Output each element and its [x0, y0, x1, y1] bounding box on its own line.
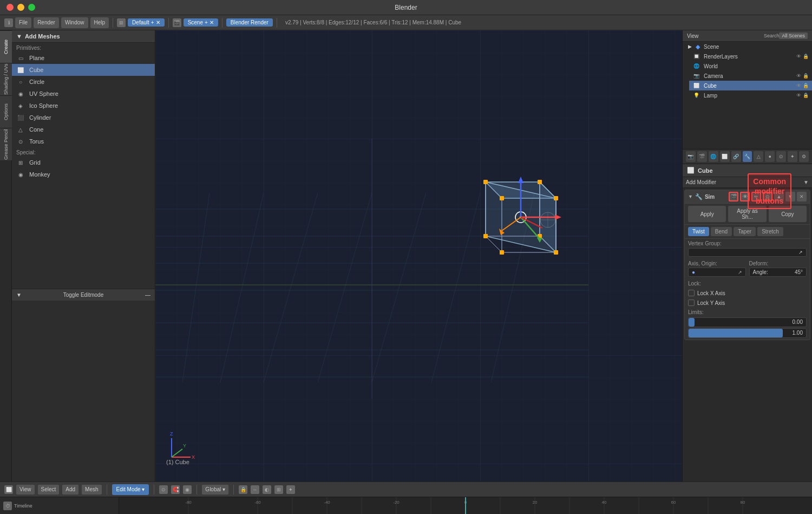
- tab-twist[interactable]: Twist: [688, 227, 709, 236]
- prop-icon-physics[interactable]: ⚙: [799, 151, 809, 162]
- prop-icon-particles[interactable]: ✦: [788, 151, 797, 162]
- outliner-world[interactable]: 🌐 World: [689, 61, 812, 71]
- mesh-item-icosphere[interactable]: ◈ Ico Sphere: [12, 100, 155, 112]
- prop-icon-data[interactable]: △: [754, 151, 763, 162]
- lock-icon[interactable]: 🔒: [239, 485, 247, 494]
- mesh-item-uvsphere[interactable]: ◉ UV Sphere: [12, 88, 155, 100]
- outliner-renderlayers[interactable]: 🔲 RenderLayers 👁 🔒: [689, 51, 812, 61]
- prop-icon-constraints[interactable]: 🔗: [731, 151, 741, 162]
- workspace-add[interactable]: +: [151, 19, 154, 25]
- prop-icon-texture[interactable]: ⊙: [776, 151, 786, 162]
- mesh-item-grid[interactable]: ⊞ Grid: [12, 157, 155, 168]
- outliner-camera[interactable]: 📷 Camera 👁 🔒: [689, 71, 812, 81]
- mesh-item-torus[interactable]: ⊙ Torus: [12, 135, 155, 147]
- workspace-close[interactable]: ✕: [156, 19, 160, 25]
- viewport[interactable]: User Persp: [155, 30, 682, 482]
- copy-button[interactable]: Copy: [769, 206, 807, 222]
- xray-icon[interactable]: ✦: [286, 485, 295, 494]
- scene-close[interactable]: ✕: [209, 19, 214, 25]
- mesh-item-cube[interactable]: ⬜ Cube: [12, 64, 155, 76]
- tab-shading[interactable]: Shading / UVs: [0, 63, 12, 95]
- toggle-editmode[interactable]: ▼ Toggle Editmode —: [12, 289, 155, 301]
- viewport-grid: [155, 30, 682, 482]
- select-menu[interactable]: Select: [38, 485, 60, 495]
- scene-add[interactable]: +: [205, 19, 208, 25]
- render-engine-selector[interactable]: Blender Render: [226, 18, 273, 27]
- apply-as-shape-button[interactable]: Apply as Sh...: [728, 206, 766, 222]
- pivot-icon[interactable]: ⊙: [159, 485, 168, 494]
- mod-icon-cage[interactable]: ⊙: [763, 192, 772, 201]
- axis-origin-input[interactable]: ● ↗: [688, 268, 746, 277]
- mod-icon-render[interactable]: 🎬: [729, 192, 738, 201]
- prop-icon-render[interactable]: 📷: [686, 151, 696, 162]
- outliner-lamp[interactable]: 💡 Lamp 👁 🔒: [689, 90, 812, 100]
- snap-icon[interactable]: 🧲: [171, 485, 180, 494]
- prop-icon-object[interactable]: ⬜: [720, 151, 730, 162]
- prop-icon-material[interactable]: ●: [765, 151, 775, 162]
- mod-icon-realtime[interactable]: 👁: [740, 192, 750, 201]
- mesh-item-cylinder[interactable]: ⬛ Cylinder: [12, 112, 155, 123]
- prop-icon-modifiers[interactable]: 🔧: [743, 151, 752, 162]
- uvsphere-icon: ◉: [16, 89, 25, 98]
- svg-rect-38: [554, 250, 558, 255]
- outliner-lamp-label: Lamp: [704, 93, 717, 99]
- separator-3: [222, 18, 222, 28]
- close-button[interactable]: [6, 4, 14, 11]
- mesh-item-circle[interactable]: ○ Circle: [12, 76, 155, 88]
- global-selector[interactable]: Global ▾: [202, 485, 228, 495]
- mod-toggle-icon[interactable]: ▼: [688, 194, 693, 199]
- shading-icon[interactable]: ◐: [263, 485, 271, 494]
- view-menu[interactable]: View: [16, 485, 35, 495]
- limits-label-left: Limits:: [688, 309, 704, 315]
- mesh-item-monkey[interactable]: ◉ Monkey: [12, 168, 155, 180]
- overlay-icon[interactable]: ⊞: [274, 485, 283, 494]
- tab-create[interactable]: Create: [0, 30, 12, 63]
- mesh-item-plane[interactable]: ▭ Plane: [12, 52, 155, 64]
- tab-options[interactable]: Options: [0, 95, 12, 128]
- info-icon[interactable]: ℹ: [4, 18, 13, 27]
- mesh-menu[interactable]: Mesh: [82, 485, 101, 495]
- mesh-item-cone[interactable]: △ Cone: [12, 123, 155, 135]
- angle-input[interactable]: Angle: 45°: [749, 268, 807, 277]
- orient-icon[interactable]: ↔: [251, 485, 259, 494]
- outliner-cube[interactable]: ⬜ Cube 👁 🔒: [689, 81, 812, 90]
- proportional-icon[interactable]: ◉: [183, 485, 192, 494]
- menu-file[interactable]: File: [15, 17, 31, 28]
- mod-icon-up[interactable]: ▲: [774, 192, 784, 201]
- timeline-ruler[interactable]: -80 -60 -40 -20 0 20 40 60 80: [119, 497, 812, 514]
- all-scenes-dropdown[interactable]: All Scenes: [779, 32, 808, 39]
- prop-icon-world[interactable]: 🌐: [709, 151, 718, 162]
- vertex-group-input[interactable]: ↗: [688, 248, 807, 257]
- svg-rect-33: [538, 180, 542, 184]
- workspace-selector[interactable]: Default + ✕: [128, 18, 165, 27]
- add-modifier-dropdown[interactable]: ▼: [803, 179, 809, 185]
- apply-button[interactable]: Apply: [688, 206, 726, 222]
- mod-icon-editmode[interactable]: ✏: [751, 192, 761, 201]
- mod-icon-delete[interactable]: ✕: [797, 192, 807, 201]
- tab-grease-pencil[interactable]: Grease Pencil: [0, 128, 12, 160]
- menu-window[interactable]: Window: [61, 17, 88, 28]
- tab-bend[interactable]: Bend: [711, 227, 732, 236]
- vertex-group-pick-icon[interactable]: ↗: [798, 250, 803, 255]
- modifier-icons: 🎬 👁 ✏ ⊙ ▲ ▼ ✕: [729, 192, 807, 201]
- prop-icon-scene[interactable]: 🎬: [697, 151, 707, 162]
- workspace-icon: ⊞: [117, 18, 126, 27]
- outliner-scene[interactable]: ▶ ◆ Scene: [683, 42, 812, 51]
- mod-icon-down[interactable]: ▼: [785, 192, 795, 201]
- lock-x-checkbox[interactable]: [688, 290, 695, 296]
- tab-stretch[interactable]: Stretch: [757, 227, 783, 236]
- menu-help[interactable]: Help: [90, 17, 109, 28]
- modifier-name: Sim: [705, 194, 726, 200]
- edit-mode-selector[interactable]: Edit Mode ▾: [112, 484, 149, 495]
- scene-selector[interactable]: Scene + ✕: [184, 18, 218, 27]
- minimize-button[interactable]: [17, 4, 24, 11]
- tab-taper[interactable]: Taper: [734, 227, 756, 236]
- properties-object-header: ⬜ Cube Commonmodifierbuttons: [683, 164, 812, 177]
- maximize-button[interactable]: [28, 4, 35, 11]
- render-engine-label: Blender Render: [231, 19, 269, 25]
- axis-pick[interactable]: ↗: [738, 270, 742, 275]
- menu-render[interactable]: Render: [34, 17, 59, 28]
- lock-y-checkbox[interactable]: [688, 300, 695, 306]
- add-menu[interactable]: Add: [62, 485, 78, 495]
- outliner-search-label[interactable]: Search: [764, 33, 780, 38]
